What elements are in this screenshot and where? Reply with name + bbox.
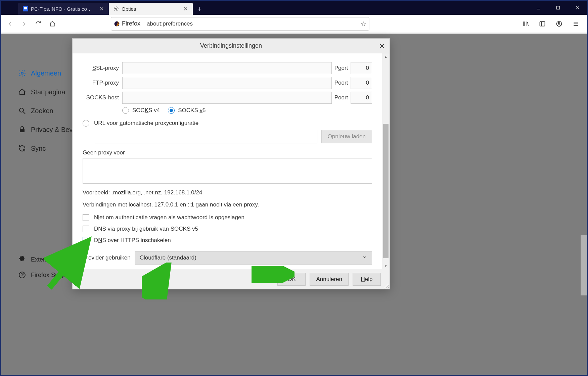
gear-icon (18, 69, 26, 77)
ssl-proxy-input[interactable] (122, 62, 332, 74)
category-label: Privacy & Beve (31, 126, 77, 134)
socks-host-label: SOCKS-host (83, 94, 122, 101)
category-support[interactable]: Firefox Support (18, 267, 72, 283)
pac-row: Opnieuw laden (95, 130, 372, 143)
ok-button[interactable]: OK (277, 273, 306, 286)
dialog-title: Verbindingsinstellingen (200, 42, 262, 49)
example-hint: Voorbeeld: .mozilla.org, .net.nz, 192.16… (83, 188, 372, 197)
titlebar: PC-Tips.INFO - Gratis compute ✕ Opties ✕… (1, 1, 587, 15)
connection-settings-dialog: Verbindingsinstellingen ✕ SSL-proxy Poor… (72, 38, 390, 289)
lock-icon (18, 126, 26, 134)
window-close-button[interactable] (568, 1, 587, 15)
socks-port-input[interactable] (351, 92, 372, 104)
tab-opties[interactable]: Opties ✕ (109, 3, 193, 15)
nav-toolbar: Firefox about:preferences ☆ (1, 15, 587, 33)
provider-select[interactable]: Cloudflare (standaard) (135, 251, 372, 265)
scroll-down-icon[interactable]: ▾ (382, 263, 390, 269)
checkbox-icon (83, 226, 89, 232)
svg-point-11 (558, 22, 560, 24)
ftp-proxy-input[interactable] (122, 77, 332, 89)
tab-title: PC-Tips.INFO - Gratis compute (31, 6, 96, 12)
check-dns-over-https[interactable]: DNS over HTTPS inschakelen (83, 237, 372, 244)
svg-point-15 (21, 72, 23, 74)
scrollbar-thumb[interactable] (383, 124, 389, 258)
tab-pctips[interactable]: PC-Tips.INFO - Gratis compute ✕ (18, 3, 109, 15)
library-button[interactable] (519, 18, 532, 30)
reload-button[interactable]: Opnieuw laden (321, 130, 372, 143)
close-icon[interactable]: ✕ (99, 6, 104, 11)
dialog-scrollbar[interactable]: ▴ ▾ (382, 53, 390, 269)
svg-rect-1 (24, 7, 27, 9)
svg-point-2 (116, 8, 117, 9)
radio-label: SOCKS v5 (178, 107, 206, 114)
category-label: Zoeken (31, 107, 53, 115)
check-no-auth-prompt[interactable]: Niet om authenticatie vragen als wachtwo… (83, 214, 372, 221)
checkbox-label: Niet om authenticatie vragen als wachtwo… (94, 214, 244, 221)
socks-host-input[interactable] (122, 92, 332, 104)
category-extensions[interactable]: Extensies & T (18, 252, 72, 267)
ssl-port-input[interactable] (351, 62, 372, 74)
search-icon (18, 107, 26, 115)
svg-rect-18 (20, 129, 25, 132)
cancel-button[interactable]: Annuleren (310, 273, 349, 286)
bookmark-star-icon[interactable]: ☆ (360, 20, 366, 28)
tab-title: Opties (122, 6, 180, 12)
svg-point-16 (19, 108, 24, 112)
scroll-up-icon[interactable]: ▴ (382, 53, 390, 59)
puzzle-icon (18, 255, 26, 264)
row-ssl-proxy: SSL-proxy Poort (83, 62, 372, 74)
checkbox-label: DNS over HTTPS inschakelen (94, 237, 171, 244)
socks-version-row: SOCKS v4 SOCKS v5 (122, 107, 372, 114)
help-button[interactable]: Help (353, 273, 381, 286)
back-button[interactable] (4, 18, 16, 30)
radio-label: URL voor automatische proxyconfiguratie (94, 120, 198, 127)
provider-value: Cloudflare (standaard) (140, 254, 196, 261)
window-minimize-button[interactable] (529, 1, 548, 15)
gear-icon (114, 6, 119, 11)
row-ftp-proxy: FTP-proxy Poort (83, 77, 372, 89)
identity-box[interactable]: Firefox (114, 19, 144, 29)
sidebar-toggle-button[interactable] (536, 18, 548, 30)
category-label: Firefox Support (31, 272, 72, 279)
dialog-close-button[interactable]: ✕ (379, 42, 385, 50)
pac-url-input[interactable] (95, 130, 317, 143)
category-label: Sync (31, 145, 46, 152)
no-proxy-label: Geen proxy voor (83, 149, 372, 156)
forward-button[interactable] (18, 18, 30, 30)
provider-row: Provider gebruiken Cloudflare (standaard… (83, 251, 372, 265)
window-maximize-button[interactable] (548, 1, 568, 15)
firefox-icon (114, 21, 120, 27)
checkbox-icon (83, 237, 89, 244)
reload-button[interactable] (32, 18, 44, 30)
radio-label: SOCKS v4 (132, 107, 160, 114)
radio-socks-v5[interactable]: SOCKS v5 (168, 107, 206, 114)
svg-rect-8 (540, 21, 545, 26)
resize-grip-icon[interactable] (384, 284, 389, 288)
close-icon[interactable]: ✕ (183, 6, 188, 11)
urlbar[interactable]: Firefox about:preferences ☆ (111, 17, 369, 31)
ssl-proxy-label: SSL-proxy (83, 65, 122, 72)
port-label: Poort (332, 94, 351, 101)
account-button[interactable] (553, 18, 565, 30)
url-text: about:preferences (147, 20, 358, 27)
radio-socks-v4[interactable]: SOCKS v4 (122, 107, 160, 114)
dialog-footer: OK Annuleren Help (73, 269, 390, 289)
tabstrip: PC-Tips.INFO - Gratis compute ✕ Opties ✕… (1, 1, 206, 15)
check-dns-via-proxy[interactable]: DNS via proxy bij gebruik van SOCKS v5 (83, 226, 372, 232)
category-label: Startpagina (31, 88, 65, 96)
no-proxy-textarea[interactable] (83, 158, 372, 184)
radio-auto-proxy-url[interactable]: URL voor automatische proxyconfiguratie (83, 120, 372, 127)
row-socks-host: SOCKS-host Poort (83, 92, 372, 104)
checkbox-label: DNS via proxy bij gebruik van SOCKS v5 (94, 226, 198, 232)
page-scrollbar-thumb[interactable] (581, 235, 587, 295)
svg-line-17 (23, 112, 25, 114)
newtab-button[interactable]: ＋ (193, 3, 206, 15)
dialog-header: Verbindingsinstellingen ✕ (73, 39, 390, 53)
help-icon (18, 271, 26, 279)
ftp-port-input[interactable] (351, 77, 372, 89)
app-menu-button[interactable] (570, 18, 582, 30)
chevron-down-icon (362, 254, 367, 261)
port-label: Poort (332, 80, 351, 86)
window-controls (529, 1, 587, 15)
home-button[interactable] (46, 18, 58, 30)
